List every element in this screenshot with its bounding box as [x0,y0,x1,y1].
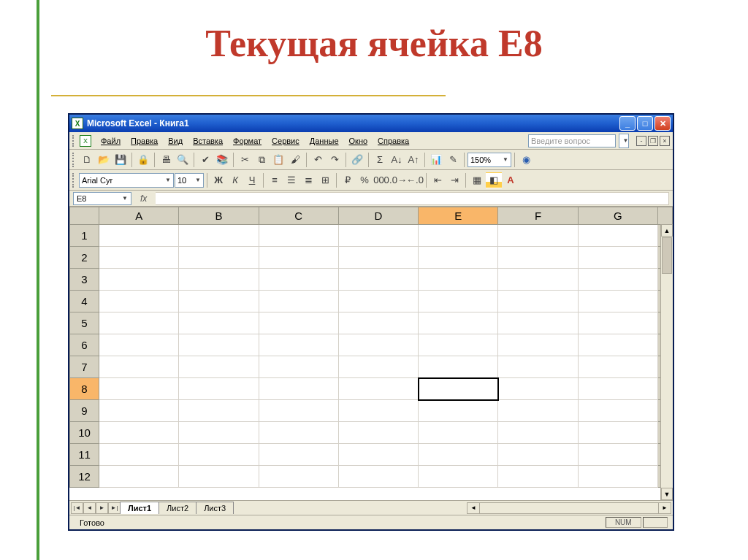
cell-A2[interactable] [99,247,179,269]
cell-A7[interactable] [99,356,179,378]
cell-B6[interactable] [179,334,259,356]
toolbar-grip-icon[interactable] [72,173,77,188]
menu-data[interactable]: Данные [305,134,344,147]
cell-B12[interactable] [179,466,259,488]
borders-icon[interactable]: ▦ [469,172,485,188]
workbook-icon[interactable]: X [80,135,91,147]
copy-icon[interactable]: ⧉ [253,152,270,168]
save-icon[interactable]: 💾 [112,152,129,168]
cell-D5[interactable] [338,312,418,334]
cell-F9[interactable] [498,400,578,422]
row-header-7[interactable]: 7 [70,356,99,378]
cell-F6[interactable] [498,334,578,356]
sheet-tab-3[interactable]: Лист3 [196,502,234,514]
cell-E6[interactable] [419,334,498,356]
cell-C2[interactable] [259,247,338,269]
drawing-icon[interactable]: ✎ [445,152,461,168]
cut-icon[interactable]: ✂ [237,152,253,168]
fx-icon[interactable]: fx [134,193,153,204]
cell-C10[interactable] [259,422,338,444]
fill-color-icon[interactable]: ◧ [486,172,502,188]
permission-icon[interactable]: 🔒 [135,152,151,168]
doc-minimize-button[interactable]: - [636,136,646,146]
zoom-combo[interactable]: 150%▼ [468,153,511,167]
cell-C8[interactable] [259,378,338,400]
research-icon[interactable]: 📚 [214,152,230,168]
align-left-icon[interactable]: ≡ [267,172,283,188]
cell-E10[interactable] [419,422,498,444]
cell-D3[interactable] [338,269,418,291]
cell-B8[interactable] [179,378,259,400]
cell-G4[interactable] [578,291,657,312]
menu-tools[interactable]: Сервис [267,134,305,147]
menu-view[interactable]: Вид [163,134,188,147]
menu-edit[interactable]: Правка [126,134,163,147]
sheet-tab-2[interactable]: Лист2 [159,502,196,514]
increase-indent-icon[interactable]: ⇥ [446,172,462,188]
cell-F2[interactable] [498,247,578,269]
scroll-right-icon[interactable]: ► [658,503,671,513]
scroll-up-icon[interactable]: ▲ [661,224,673,237]
cell-E1[interactable] [419,225,498,247]
row-header-2[interactable]: 2 [70,247,99,269]
cell-D10[interactable] [338,422,418,444]
cell-C5[interactable] [259,312,338,334]
sort-asc-icon[interactable]: A↓ [389,152,405,168]
scroll-thumb[interactable] [662,237,672,274]
cell-B11[interactable] [179,444,259,466]
align-center-icon[interactable]: ☰ [283,172,299,188]
cell-F11[interactable] [498,444,578,466]
cell-B10[interactable] [179,422,259,444]
open-icon[interactable]: 📂 [96,152,112,168]
cell-D9[interactable] [338,400,418,422]
menu-format[interactable]: Формат [228,134,267,147]
sort-desc-icon[interactable]: A↑ [405,152,421,168]
italic-button[interactable]: К [227,172,243,188]
cell-B5[interactable] [179,312,259,334]
undo-icon[interactable]: ↶ [310,152,326,168]
cell-D2[interactable] [338,247,418,269]
cell-A4[interactable] [99,291,179,312]
cell-B2[interactable] [179,247,259,269]
row-header-6[interactable]: 6 [70,334,99,356]
vertical-scrollbar[interactable]: ▲ ▼ [660,224,673,500]
cell-G1[interactable] [578,225,657,247]
cell-D4[interactable] [338,291,418,312]
cell-A3[interactable] [99,269,179,291]
merge-center-icon[interactable]: ⊞ [317,172,333,188]
cell-G5[interactable] [578,312,657,334]
column-header-D[interactable]: D [338,207,418,225]
cell-D8[interactable] [338,378,418,400]
cell-D1[interactable] [338,225,418,247]
new-icon[interactable]: 🗋 [79,152,95,168]
doc-restore-button[interactable]: ❐ [648,136,658,146]
cell-C7[interactable] [259,356,338,378]
cell-A5[interactable] [99,312,179,334]
row-header-5[interactable]: 5 [70,312,99,334]
cell-F4[interactable] [498,291,578,312]
cell-E11[interactable] [419,444,498,466]
font-color-icon[interactable]: A [503,172,519,188]
row-header-9[interactable]: 9 [70,400,99,422]
cell-B7[interactable] [179,356,259,378]
cell-G11[interactable] [578,444,657,466]
cell-D11[interactable] [338,444,418,466]
cell-A12[interactable] [99,466,179,488]
toolbar-grip-icon[interactable] [72,135,77,147]
cell-F5[interactable] [498,312,578,334]
cell-F7[interactable] [498,356,578,378]
cell-F12[interactable] [498,466,578,488]
cell-B4[interactable] [179,291,259,312]
cell-E4[interactable] [419,291,498,312]
help-icon[interactable]: ◉ [518,152,534,168]
toolbar-grip-icon[interactable] [72,153,77,167]
cell-E3[interactable] [419,269,498,291]
cell-E8[interactable] [419,378,498,400]
cell-C12[interactable] [259,466,338,488]
print-icon[interactable]: 🖶 [158,152,174,168]
tab-nav-first-icon[interactable]: |◄ [71,502,83,514]
column-header-F[interactable]: F [498,207,578,225]
tab-nav-next-icon[interactable]: ► [96,502,108,514]
column-header-G[interactable]: G [578,207,657,225]
cell-F8[interactable] [498,378,578,400]
